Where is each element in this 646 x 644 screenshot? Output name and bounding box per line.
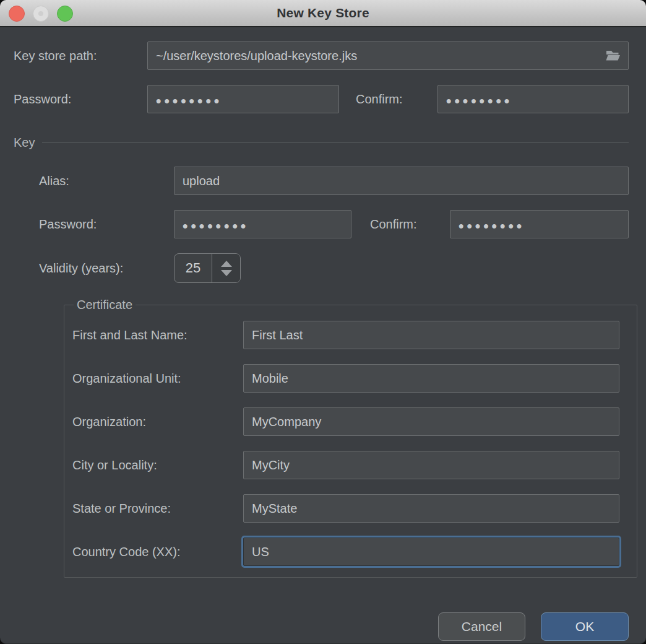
window-title: New Key Store (277, 6, 369, 20)
validity-label: Validity (years): (39, 261, 174, 276)
key-password-row: Password: Confirm: (39, 210, 629, 238)
validity-input[interactable] (174, 254, 212, 282)
folder-open-icon (605, 48, 622, 64)
state-province-label: State or Province: (72, 502, 243, 516)
cancel-button[interactable]: Cancel (438, 612, 525, 641)
first-last-name-input[interactable] (243, 321, 619, 349)
key-password-input[interactable] (174, 210, 351, 238)
minimize-window-button (33, 6, 49, 22)
state-province-row: State or Province: (72, 494, 619, 523)
organization-input[interactable] (243, 407, 619, 436)
certificate-group-title: Certificate (74, 298, 136, 312)
store-confirm-label: Confirm: (356, 92, 437, 107)
store-password-input[interactable] (147, 85, 339, 113)
store-password-label: Password: (14, 92, 147, 107)
titlebar[interactable]: New Key Store (0, 0, 646, 27)
key-confirm-label: Confirm: (370, 217, 450, 232)
city-locality-input[interactable] (243, 451, 619, 479)
first-last-name-row: First and Last Name: (72, 321, 619, 349)
spinner-down-icon[interactable] (221, 270, 232, 276)
organizational-unit-label: Organizational Unit: (72, 372, 243, 386)
separator-line (42, 142, 629, 143)
organizational-unit-input[interactable] (243, 364, 619, 393)
city-locality-row: City or Locality: (72, 451, 619, 479)
dialog-buttons: Cancel OK (14, 612, 629, 641)
alias-row: Alias: (39, 167, 629, 195)
key-confirm-input[interactable] (450, 210, 629, 238)
store-confirm-input[interactable] (437, 85, 629, 113)
country-code-row: Country Code (XX): (72, 537, 619, 566)
city-locality-label: City or Locality: (72, 458, 243, 472)
organization-row: Organization: (72, 407, 619, 436)
keystore-path-label: Key store path: (14, 49, 147, 63)
first-last-name-label: First and Last Name: (72, 328, 243, 342)
store-password-row: Password: Confirm: (14, 85, 629, 113)
validity-stepper[interactable] (212, 254, 240, 282)
spinner-up-icon[interactable] (221, 261, 232, 267)
organization-label: Organization: (72, 415, 243, 429)
key-section-title: Key (14, 136, 35, 150)
validity-row: Validity (years): (39, 253, 629, 283)
validity-spinner[interactable] (174, 253, 241, 283)
browse-button[interactable] (603, 46, 624, 65)
close-window-button[interactable] (9, 6, 25, 22)
keystore-path-row: Key store path: (14, 41, 629, 70)
organizational-unit-row: Organizational Unit: (72, 364, 619, 393)
new-keystore-dialog: New Key Store Key store path: Passw (0, 0, 646, 644)
country-code-input[interactable] (243, 537, 619, 566)
key-password-label: Password: (39, 217, 174, 232)
alias-label: Alias: (39, 174, 174, 188)
window-controls (9, 6, 73, 22)
certificate-group: Certificate First and Last Name: Organiz… (64, 298, 637, 578)
state-province-input[interactable] (243, 494, 619, 523)
key-section-separator: Key (14, 134, 629, 150)
keystore-path-input[interactable] (147, 41, 629, 70)
country-code-label: Country Code (XX): (72, 545, 243, 559)
ok-button[interactable]: OK (541, 612, 629, 641)
alias-input[interactable] (174, 167, 629, 195)
zoom-window-button[interactable] (57, 6, 73, 22)
